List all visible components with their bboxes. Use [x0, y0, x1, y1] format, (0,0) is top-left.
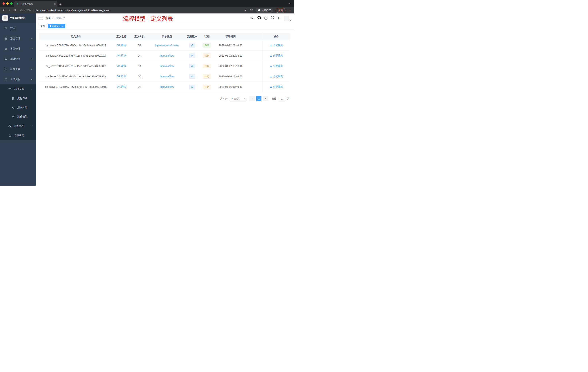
fullscreen-icon[interactable]	[271, 16, 274, 20]
col-process-version: 流程版本	[185, 33, 199, 40]
address-separator	[33, 9, 33, 12]
cell-deploy-time: 2022-01-22 21:48:38	[215, 40, 246, 50]
user-avatar-menu[interactable]	[284, 16, 292, 21]
browser-tab[interactable]: 芋道管理系统 ×	[14, 1, 57, 7]
pagination-goto: 前往 页	[272, 96, 290, 101]
url-text[interactable]: dashboard.yudao.iocoder.cn/bpm/manager/d…	[36, 9, 109, 12]
sidebar-item-home[interactable]: 首页	[0, 23, 36, 33]
sidebar-collapse-hamburger-icon[interactable]	[39, 16, 42, 20]
goto-page-input[interactable]	[278, 96, 286, 101]
new-tab-button[interactable]	[59, 3, 62, 6]
status-badge: 挂起	[203, 64, 211, 68]
browser-menu-kebab-icon[interactable]: ⋮	[288, 9, 292, 12]
assign-rule-link[interactable]: 分配规则	[270, 85, 283, 88]
assign-rule-link[interactable]: 分配规则	[270, 54, 283, 57]
tab-search-chevron-icon[interactable]	[289, 2, 291, 5]
definition-name-link[interactable]: OA 请假	[117, 75, 126, 78]
incognito-icon	[258, 9, 261, 12]
sidebar-item-process-form[interactable]: 流程表单	[0, 94, 36, 103]
version-badge: v3	[189, 64, 195, 68]
window-minimize-button[interactable]	[6, 2, 9, 5]
definition-name-link[interactable]: OA 请假	[117, 85, 126, 88]
status-badge: 激活	[203, 43, 211, 47]
person-icon	[270, 65, 272, 67]
sidebar-item-task-management[interactable]: 任务管理	[0, 121, 36, 131]
incognito-badge: 无痕模式	[255, 8, 273, 13]
form-link[interactable]: /bpm/oa/flow	[160, 54, 174, 57]
chevron-down-icon	[31, 68, 33, 70]
sidebar-item-infrastructure[interactable]: 基础设施	[0, 54, 36, 64]
sidebar-item-dev-tools[interactable]: 研发工具	[0, 64, 36, 74]
sidebar-item-label: 用户分组	[17, 106, 33, 109]
sidebar-item-workflow[interactable]: 工作流程	[0, 74, 36, 85]
people-icon	[12, 106, 15, 109]
sidebar-item-process-model[interactable]: 流程模型	[0, 112, 36, 121]
sidebar-item-leave-query[interactable]: 请假查询	[0, 131, 36, 140]
password-key-icon[interactable]	[244, 8, 247, 12]
reload-button[interactable]	[13, 9, 16, 12]
person-icon	[8, 134, 11, 137]
version-badge: v5	[189, 43, 195, 47]
monitor-icon	[5, 57, 8, 60]
prev-page-button[interactable]: ‹	[250, 96, 255, 101]
paper-plane-icon	[12, 115, 15, 118]
col-definition-id: 定义编号	[39, 33, 112, 40]
form-link[interactable]: /bpm/oa/flow	[160, 85, 174, 88]
security-label[interactable]: 不安全	[24, 9, 31, 12]
chevron-down-icon	[31, 58, 33, 60]
window-zoom-button[interactable]	[10, 2, 12, 5]
tag-close-icon[interactable]: ×	[62, 25, 63, 27]
form-link[interactable]: /bpm/oa/flow	[160, 65, 174, 67]
definition-name-link[interactable]: OA 请假	[117, 65, 126, 68]
tag-home[interactable]: 首页	[39, 24, 47, 28]
sidebar-item-label: 系统管理	[10, 37, 28, 40]
definition-name-link[interactable]: OA 请假	[117, 54, 126, 57]
breadcrumb: 首页 / 流程定义	[45, 16, 65, 20]
cell-filler	[246, 40, 263, 50]
cell-deploy-time: 2022-01-16 17:46:53	[215, 71, 246, 82]
app-title: 芋道管理系统	[10, 16, 25, 20]
font-size-icon[interactable]: TT	[277, 17, 280, 20]
tab-close-icon[interactable]: ×	[54, 2, 56, 5]
next-page-button[interactable]: ›	[263, 96, 268, 101]
current-page-button[interactable]: 1	[256, 96, 262, 101]
window-close-button[interactable]	[2, 2, 5, 5]
assign-rule-label: 分配规则	[273, 65, 283, 68]
cell-definition-id: oa_leave:4:991f2193-7b7f-11ec-a3c8-acde4…	[39, 51, 112, 61]
sidebar-item-label: 支付管理	[10, 47, 28, 50]
avatar[interactable]	[284, 16, 289, 21]
assign-rule-link[interactable]: 分配规则	[270, 44, 283, 47]
cell-definition-id: oa_leave:3:1fad3d93-7b75-11ec-a3c8-acde4…	[39, 61, 112, 71]
browser-update-button[interactable]: 更新	[276, 8, 285, 13]
page-size-select[interactable]: 10条/页 ▾	[230, 96, 247, 101]
sidebar-item-process-management[interactable]: 流程管理	[0, 85, 36, 94]
assign-rule-link[interactable]: 分配规则	[270, 75, 283, 78]
person-icon	[270, 44, 272, 47]
annotation-title: 流程模型 - 定义列表	[123, 15, 173, 22]
search-icon[interactable]	[251, 16, 254, 20]
org-tree-icon	[8, 124, 11, 127]
col-deploy-time: 部署时间	[215, 33, 246, 40]
definition-name-link[interactable]: OA 请假	[117, 44, 126, 47]
form-link[interactable]: /bpm/oa/flow	[160, 75, 174, 78]
sidebar-item-system-management[interactable]: 系统管理	[0, 33, 36, 44]
sidebar-item-payment-management[interactable]: ¥ 支付管理	[0, 44, 36, 54]
tag-label: 首页	[41, 25, 45, 28]
cell-deploy-time: 2022-01-22 20:34:10	[215, 51, 246, 61]
github-icon[interactable]	[257, 16, 261, 20]
address-bar[interactable]: 不安全 dashboard.yudao.iocoder.cn/bpm/manag…	[20, 9, 242, 12]
breadcrumb-home[interactable]: 首页	[45, 16, 51, 20]
tag-process-definition[interactable]: 流程定义 ×	[48, 24, 65, 28]
form-link[interactable]: /bpm/oa/leave/create	[155, 44, 179, 47]
help-icon[interactable]: ?	[264, 17, 267, 20]
col-operation: 操作	[263, 33, 289, 40]
assign-rule-link[interactable]: 分配规则	[270, 65, 283, 68]
forward-button[interactable]	[8, 8, 11, 12]
back-button[interactable]	[2, 8, 5, 12]
cell-definition-id: oa_leave:2:3c1f0ef1-76b1-11ec-9c66-a2380…	[39, 71, 112, 82]
bookmark-star-icon[interactable]	[250, 8, 253, 12]
box-icon	[5, 68, 8, 71]
yen-icon: ¥	[5, 47, 8, 50]
table-row: oa_leave:3:1fad3d93-7b75-11ec-a3c8-acde4…	[39, 61, 290, 71]
sidebar-item-user-group[interactable]: 用户分组	[0, 103, 36, 112]
